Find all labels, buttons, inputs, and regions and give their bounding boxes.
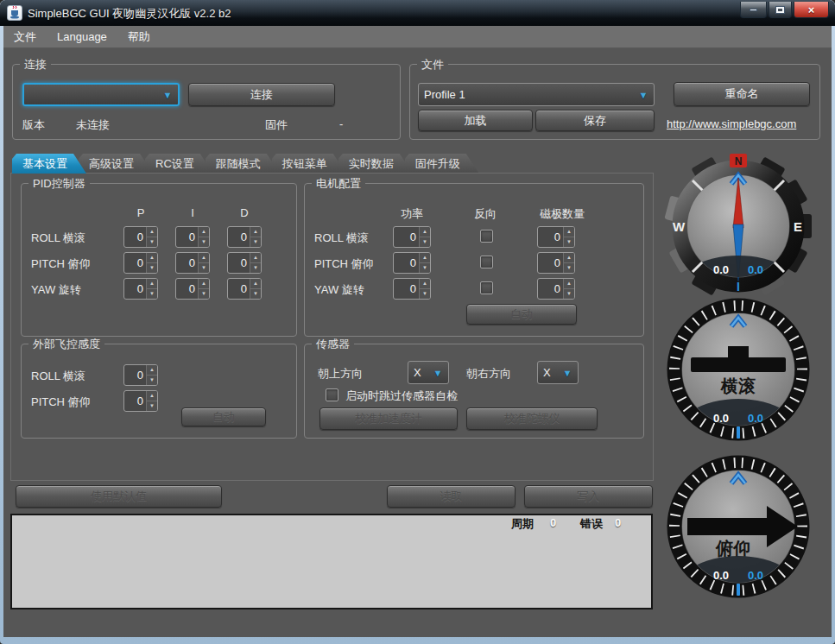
spinner-down-icon[interactable]: ▼ — [147, 263, 157, 273]
load-button[interactable]: 加载 — [418, 110, 533, 131]
spinner-up-icon[interactable]: ▲ — [199, 227, 209, 237]
extfc-auto-button[interactable]: 自动 — [181, 407, 266, 426]
spinner-down-icon[interactable]: ▼ — [147, 401, 157, 411]
spinner-up-icon[interactable]: ▲ — [420, 253, 430, 263]
connect-button[interactable]: 连接 — [188, 83, 335, 106]
motor-pitch-poles-spinner[interactable]: 0▲▼ — [537, 252, 575, 274]
pid-yaw-i-spinner[interactable]: 0▲▼ — [175, 278, 210, 300]
spinner-down-icon[interactable]: ▼ — [199, 263, 209, 273]
simplebgc-link[interactable]: http://www.simplebgc.com — [667, 117, 796, 130]
spinner-down-icon[interactable]: ▼ — [199, 237, 209, 247]
motor-pitch-invert-checkbox[interactable] — [480, 256, 493, 268]
spinner-up-icon[interactable]: ▲ — [564, 279, 574, 289]
read-button[interactable]: 读取 — [387, 485, 516, 508]
tab-follow-mode[interactable]: 跟随模式 — [206, 154, 280, 174]
spinner-up-icon[interactable]: ▲ — [147, 365, 157, 376]
tab-firmware-upgrade[interactable]: 固件升级 — [405, 154, 479, 174]
window-controls: × — [738, 2, 829, 18]
tab-realtime-data[interactable]: 实时数据 — [338, 154, 413, 174]
spinner-up-icon[interactable]: ▲ — [199, 253, 209, 263]
profile-select[interactable]: Profile 1 ▼ — [418, 83, 655, 106]
minimize-button[interactable] — [740, 2, 767, 18]
spinner-down-icon[interactable]: ▼ — [564, 289, 574, 299]
extfc-pitch-spinner[interactable]: 0▲▼ — [123, 390, 158, 412]
pid-roll-d-spinner[interactable]: 0▲▼ — [227, 226, 262, 248]
pid-yaw-p-spinner[interactable]: 0▲▼ — [123, 278, 158, 300]
spinner-up-icon[interactable]: ▲ — [420, 279, 430, 289]
extfc-roll-spinner[interactable]: 0▲▼ — [123, 364, 158, 386]
spinner-up-icon[interactable]: ▲ — [250, 279, 261, 289]
motor-roll-poles-spinner[interactable]: 0▲▼ — [537, 226, 575, 248]
tab-rc-settings[interactable]: RC设置 — [145, 154, 213, 174]
motor-yaw-invert-checkbox[interactable] — [480, 281, 493, 294]
spinner-up-icon[interactable]: ▲ — [147, 227, 157, 237]
spinner-down-icon[interactable]: ▼ — [250, 237, 261, 247]
serial-port-select[interactable]: ▼ — [22, 83, 180, 106]
spinner-up-icon[interactable]: ▲ — [250, 253, 261, 263]
menu-help[interactable]: 帮助 — [117, 26, 161, 48]
sensor-right-select[interactable]: X ▼ — [537, 361, 579, 384]
spinner-up-icon[interactable]: ▲ — [250, 227, 261, 237]
pid-row-roll-label: ROLL 横滚 — [31, 230, 85, 246]
spinner-up-icon[interactable]: ▲ — [147, 253, 157, 263]
spinner-up-icon[interactable]: ▲ — [420, 227, 430, 237]
pid-roll-i-spinner[interactable]: 0▲▼ — [175, 226, 210, 248]
spinner-up-icon[interactable]: ▲ — [199, 279, 209, 289]
spinner-down-icon[interactable]: ▼ — [147, 376, 157, 385]
use-defaults-button[interactable]: 使用默认值 — [16, 485, 222, 508]
tab-button-menu[interactable]: 按钮菜单 — [272, 154, 346, 174]
spinner-down-icon[interactable]: ▼ — [199, 289, 209, 299]
sensor-skip-check-checkbox[interactable] — [326, 388, 338, 401]
spinner-up-icon[interactable]: ▲ — [564, 227, 574, 237]
pid-pitch-p-spinner[interactable]: 0▲▼ — [123, 252, 158, 274]
spinner-down-icon[interactable]: ▼ — [420, 289, 430, 299]
compass-north-label: N — [735, 155, 743, 167]
tab-basic-settings[interactable]: 基本设置 — [12, 154, 86, 174]
menu-file[interactable]: 文件 — [3, 26, 47, 48]
pid-roll-p-spinner[interactable]: 0▲▼ — [123, 226, 158, 248]
spinner-value: 0 — [228, 253, 250, 273]
motor-yaw-power-spinner[interactable]: 0▲▼ — [393, 278, 431, 300]
sensor-skip-check-label: 启动时跳过传感器自检 — [345, 388, 458, 404]
spinner-down-icon[interactable]: ▼ — [250, 263, 261, 273]
spinner-up-icon[interactable]: ▲ — [564, 253, 574, 263]
write-button[interactable]: 写入 — [524, 485, 653, 508]
pid-pitch-i-spinner[interactable]: 0▲▼ — [175, 252, 210, 274]
calibrate-acc-button[interactable]: 校准加速度计 — [319, 407, 458, 430]
spinner-down-icon[interactable]: ▼ — [420, 237, 430, 247]
spinner-value: 0 — [228, 279, 250, 299]
tab-advanced-settings[interactable]: 高级设置 — [79, 154, 153, 174]
sensor-up-select[interactable]: X ▼ — [408, 361, 449, 384]
pid-pitch-d-spinner[interactable]: 0▲▼ — [227, 252, 262, 274]
pid-yaw-d-spinner[interactable]: 0▲▼ — [227, 278, 262, 300]
pid-group-title: PID控制器 — [28, 176, 90, 192]
spinner-down-icon[interactable]: ▼ — [564, 263, 574, 273]
motor-roll-power-spinner[interactable]: 0▲▼ — [393, 226, 431, 248]
spinner-up-icon[interactable]: ▲ — [147, 391, 157, 401]
spinner-down-icon[interactable]: ▼ — [147, 289, 157, 299]
calibrate-gyro-button[interactable]: 校准陀螺仪 — [466, 407, 598, 430]
rename-button[interactable]: 重命名 — [674, 82, 810, 106]
spinner-down-icon[interactable]: ▼ — [420, 263, 430, 273]
log-graph-area — [10, 514, 653, 609]
motor-pitch-power-spinner[interactable]: 0▲▼ — [393, 252, 431, 274]
spinner-value: 0 — [124, 253, 146, 273]
spinner-value: 0 — [538, 253, 563, 273]
motor-row-yaw-label: YAW 旋转 — [314, 282, 364, 298]
external-fc-group-title: 外部飞控感度 — [28, 337, 104, 352]
spinner-up-icon[interactable]: ▲ — [147, 279, 157, 289]
maximize-button[interactable] — [769, 2, 792, 18]
tab-bar: 基本设置 高级设置 RC设置 跟随模式 按钮菜单 实时数据 固件升级 — [12, 154, 471, 174]
motor-power-header: 功率 — [386, 206, 438, 222]
menu-language[interactable]: Language — [47, 26, 117, 48]
motor-auto-button[interactable]: 自动 — [466, 304, 577, 325]
spinner-down-icon[interactable]: ▼ — [564, 237, 574, 247]
motor-yaw-poles-spinner[interactable]: 0▲▼ — [537, 278, 575, 300]
pid-col-i: I — [184, 206, 201, 219]
spinner-down-icon[interactable]: ▼ — [147, 237, 157, 247]
close-button[interactable]: × — [794, 2, 829, 18]
save-button[interactable]: 保存 — [535, 110, 655, 131]
spinner-down-icon[interactable]: ▼ — [250, 289, 261, 299]
motor-roll-invert-checkbox[interactable] — [480, 230, 493, 243]
roll-bottom-marker — [737, 426, 740, 439]
